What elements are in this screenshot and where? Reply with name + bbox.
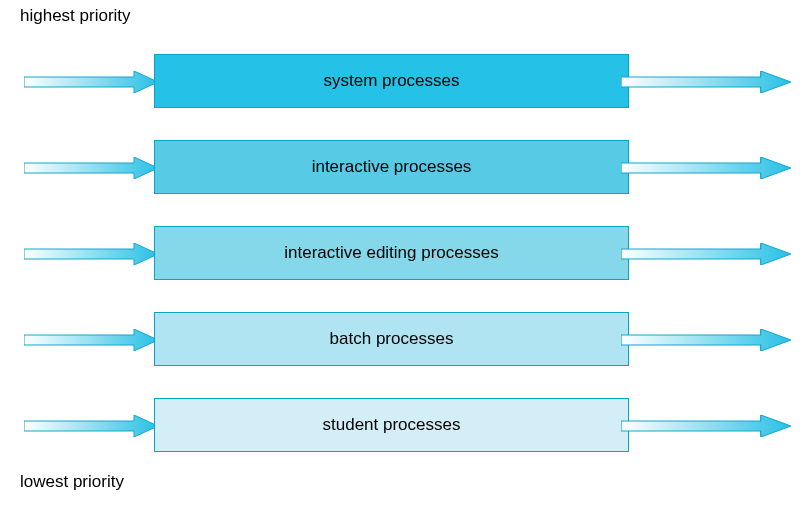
process-box-label: student processes: [323, 415, 461, 435]
priority-row: interactive editing processes: [0, 226, 803, 282]
process-box-batch: batch processes: [154, 312, 629, 366]
arrow-out-icon: [621, 415, 791, 437]
process-box-interactive: interactive processes: [154, 140, 629, 194]
process-box-label: system processes: [323, 71, 459, 91]
priority-row: batch processes: [0, 312, 803, 368]
priority-row: interactive processes: [0, 140, 803, 196]
process-box-label: interactive editing processes: [284, 243, 499, 263]
priority-queue-rows: system processes interactive processes i…: [0, 54, 803, 484]
arrow-in-icon: [24, 415, 158, 437]
arrow-in-icon: [24, 329, 158, 351]
priority-row: student processes: [0, 398, 803, 454]
priority-row: system processes: [0, 54, 803, 110]
arrow-out-icon: [621, 157, 791, 179]
arrow-out-icon: [621, 329, 791, 351]
arrow-in-icon: [24, 243, 158, 265]
arrow-in-icon: [24, 157, 158, 179]
arrow-out-icon: [621, 243, 791, 265]
process-box-interactive-editing: interactive editing processes: [154, 226, 629, 280]
arrow-out-icon: [621, 71, 791, 93]
process-box-label: interactive processes: [312, 157, 472, 177]
process-box-student: student processes: [154, 398, 629, 452]
process-box-system: system processes: [154, 54, 629, 108]
process-box-label: batch processes: [330, 329, 454, 349]
arrow-in-icon: [24, 71, 158, 93]
highest-priority-label: highest priority: [20, 6, 131, 26]
